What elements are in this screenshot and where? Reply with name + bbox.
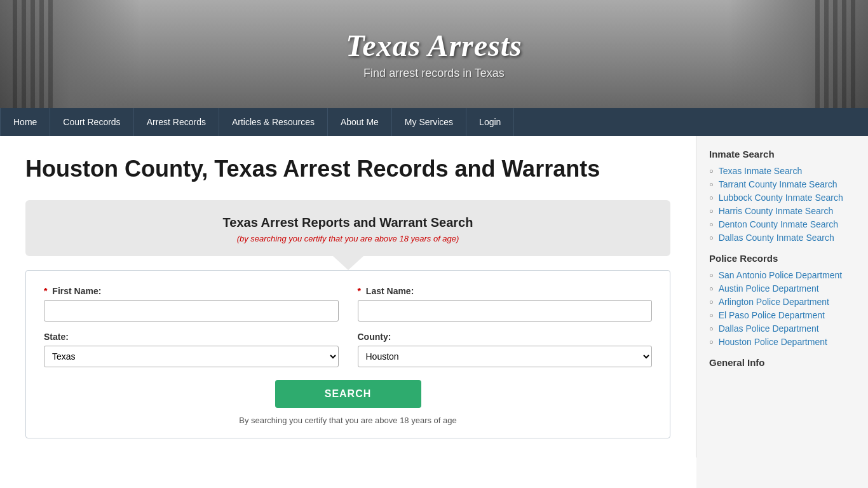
search-button[interactable]: SEARCH xyxy=(275,380,421,408)
last-name-group: * Last Name: xyxy=(358,286,653,322)
state-label: State: xyxy=(44,332,339,342)
police-records-list: San Antonio Police Department Austin Pol… xyxy=(709,270,855,347)
texas-inmate-search-link[interactable]: Texas Inmate Search xyxy=(719,166,803,176)
police-records-title: Police Records xyxy=(709,253,855,264)
arlington-pd-link[interactable]: Arlington Police Department xyxy=(719,297,829,307)
header-content: Texas Arrests Find arrest records in Tex… xyxy=(346,28,522,80)
list-item: Dallas Police Department xyxy=(709,323,855,334)
state-group: State: Texas xyxy=(44,332,339,367)
search-arrow xyxy=(333,256,363,270)
last-name-label: * Last Name: xyxy=(358,286,653,296)
list-item: Denton County Inmate Search xyxy=(709,219,855,229)
certify-text: By searching you certify that you are ab… xyxy=(44,416,652,425)
nav-login[interactable]: Login xyxy=(466,108,514,136)
harris-inmate-search-link[interactable]: Harris County Inmate Search xyxy=(719,206,834,216)
list-item: El Paso Police Department xyxy=(709,310,855,320)
nav-court-records[interactable]: Court Records xyxy=(50,108,133,136)
header-decoration-left xyxy=(0,0,140,108)
austin-pd-link[interactable]: Austin Police Department xyxy=(719,283,819,294)
site-subtitle: Find arrest records in Texas xyxy=(346,67,522,80)
sidebar: Inmate Search Texas Inmate Search Tarran… xyxy=(696,136,868,488)
lubbock-inmate-search-link[interactable]: Lubbock County Inmate Search xyxy=(719,193,843,203)
list-item: Tarrant County Inmate Search xyxy=(709,179,855,189)
list-item: Arlington Police Department xyxy=(709,297,855,307)
page-layout: Houston County, Texas Arrest Records and… xyxy=(0,136,868,488)
list-item: San Antonio Police Department xyxy=(709,270,855,280)
list-item: Lubbock County Inmate Search xyxy=(709,193,855,203)
header-banner: Texas Arrests Find arrest records in Tex… xyxy=(0,0,868,108)
list-item: Harris County Inmate Search xyxy=(709,206,855,216)
nav-about[interactable]: About Me xyxy=(328,108,392,136)
search-box-title: Texas Arrest Reports and Warrant Search xyxy=(43,215,653,230)
state-select[interactable]: Texas xyxy=(44,346,339,367)
dallas-pd-link[interactable]: Dallas Police Department xyxy=(719,323,819,334)
el-paso-pd-link[interactable]: El Paso Police Department xyxy=(719,310,825,320)
name-fields-row: * First Name: * Last Name: xyxy=(44,286,652,322)
main-content: Houston County, Texas Arrest Records and… xyxy=(0,136,696,458)
tarrant-inmate-search-link[interactable]: Tarrant County Inmate Search xyxy=(719,179,837,189)
list-item: Houston Police Department xyxy=(709,337,855,347)
nav-arrest-records[interactable]: Arrest Records xyxy=(134,108,219,136)
inmate-search-list: Texas Inmate Search Tarrant County Inmat… xyxy=(709,166,855,243)
nav-services[interactable]: My Services xyxy=(392,108,466,136)
first-name-required: * xyxy=(44,286,47,296)
first-name-input[interactable] xyxy=(44,300,339,322)
search-container: Texas Arrest Reports and Warrant Search … xyxy=(25,200,670,256)
first-name-label: * First Name: xyxy=(44,286,339,296)
general-info-title: General Info xyxy=(709,357,855,368)
inmate-search-title: Inmate Search xyxy=(709,149,855,159)
county-label: County: xyxy=(358,332,653,342)
san-antonio-pd-link[interactable]: San Antonio Police Department xyxy=(719,270,843,280)
dallas-county-inmate-search-link[interactable]: Dallas County Inmate Search xyxy=(719,233,834,243)
county-group: County: Houston xyxy=(358,332,653,367)
county-select[interactable]: Houston xyxy=(358,346,653,367)
nav-home[interactable]: Home xyxy=(0,108,50,136)
location-fields-row: State: Texas County: Houston xyxy=(44,332,652,367)
site-title: Texas Arrests xyxy=(346,28,522,63)
list-item: Texas Inmate Search xyxy=(709,166,855,176)
houston-pd-link[interactable]: Houston Police Department xyxy=(719,337,827,347)
search-disclaimer: (by searching you certify that you are a… xyxy=(43,234,653,243)
denton-inmate-search-link[interactable]: Denton County Inmate Search xyxy=(719,219,838,229)
search-form: * First Name: * Last Name: State: xyxy=(25,270,670,438)
last-name-required: * xyxy=(358,286,361,296)
list-item: Dallas County Inmate Search xyxy=(709,233,855,243)
last-name-input[interactable] xyxy=(358,300,653,322)
main-nav: Home Court Records Arrest Records Articl… xyxy=(0,108,868,136)
first-name-group: * First Name: xyxy=(44,286,339,322)
list-item: Austin Police Department xyxy=(709,283,855,294)
page-title: Houston County, Texas Arrest Records and… xyxy=(25,155,670,182)
nav-articles[interactable]: Articles & Resources xyxy=(219,108,328,136)
header-decoration-right xyxy=(728,0,868,108)
